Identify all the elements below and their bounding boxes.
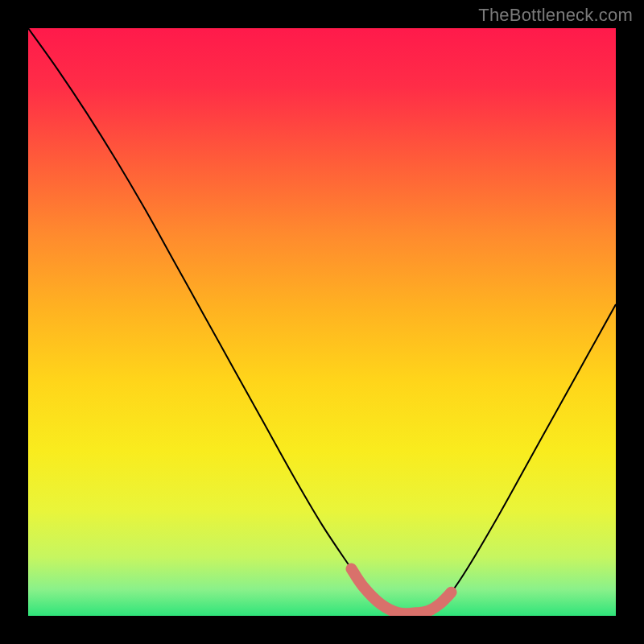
gradient-background <box>28 28 616 616</box>
plot-area <box>28 28 616 616</box>
watermark-text: TheBottleneck.com <box>478 5 633 26</box>
chart-svg <box>28 28 616 616</box>
chart-frame: TheBottleneck.com <box>0 0 644 644</box>
